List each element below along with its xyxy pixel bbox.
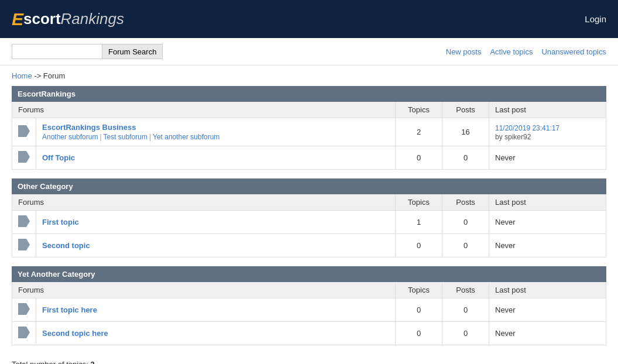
forum-posts: 0 xyxy=(442,211,489,234)
forum-link-second-topic-here[interactable]: Second topic here xyxy=(42,329,108,338)
table-row: Second topic 0 0 Never xyxy=(12,234,606,257)
forum-icon-cell xyxy=(12,211,36,234)
unanswered-topics-link[interactable]: Unanswered topics xyxy=(541,47,606,56)
last-post-by: by spiker92 xyxy=(495,133,531,141)
subforum-link-another[interactable]: Another subforum xyxy=(42,133,98,141)
breadcrumb: Home -> Forum xyxy=(0,66,618,86)
stats-topics-count: 3 xyxy=(90,360,94,364)
last-post-date-link[interactable]: 11/20/2019 23:41:17 xyxy=(495,124,559,132)
new-posts-link[interactable]: New posts xyxy=(446,47,482,56)
col-lastpost-1: Last post xyxy=(489,194,606,211)
category-other: Other Category xyxy=(12,178,606,194)
subforum-links: Another subforum|Test subforum|Yet anoth… xyxy=(42,133,389,141)
main-content: EscortRankings Forums Topics Posts Last … xyxy=(0,86,618,364)
breadcrumb-home[interactable]: Home xyxy=(12,71,32,80)
forum-icon-cell xyxy=(12,118,36,146)
forum-name-cell: Second topic here xyxy=(36,322,396,345)
forum-link-second-topic[interactable]: Second topic xyxy=(42,241,90,250)
forum-posts: 0 xyxy=(442,322,489,345)
forum-table-other: Forums Topics Posts Last post First topi… xyxy=(12,194,606,257)
subforum-link-yet[interactable]: Yet another subforum xyxy=(153,133,219,141)
forum-link-first-topic[interactable]: First topic xyxy=(42,218,79,226)
forum-link-first-topic-here[interactable]: First topic here xyxy=(42,305,97,314)
stats-topics-label: Total number of topics: xyxy=(12,360,88,364)
login-button[interactable]: Login xyxy=(585,14,606,24)
active-topics-link[interactable]: Active topics xyxy=(490,47,533,56)
col-forums-2: Forums xyxy=(12,282,396,298)
header: Escort Rankings Login xyxy=(0,0,618,38)
forum-topics: 0 xyxy=(396,322,442,345)
stats-topics: Total number of topics: 3 xyxy=(12,360,606,364)
search-links: New posts Active topics Unanswered topic… xyxy=(446,47,606,56)
col-posts-2: Posts xyxy=(442,282,489,298)
forum-last-post: Never xyxy=(489,146,606,170)
forum-topics: 0 xyxy=(396,234,442,257)
breadcrumb-current: Forum xyxy=(43,71,66,80)
table-row: EscortRankings Business Another subforum… xyxy=(12,118,606,146)
col-topics-1: Topics xyxy=(396,194,442,211)
col-lastpost-0: Last post xyxy=(489,102,606,118)
search-input[interactable] xyxy=(12,44,102,59)
forum-name-cell: Second topic xyxy=(36,234,396,257)
forum-topics: 0 xyxy=(396,298,442,322)
forum-icon-cell xyxy=(12,322,36,345)
col-forums-1: Forums xyxy=(12,194,396,211)
forum-icon xyxy=(18,327,30,338)
forum-icon-cell xyxy=(12,146,36,170)
stats: Total number of topics: 3 Total number o… xyxy=(12,354,606,364)
col-lastpost-2: Last post xyxy=(489,282,606,298)
search-button[interactable]: Forum Search xyxy=(102,44,163,59)
forum-link-escortrankings-business[interactable]: EscortRankings Business xyxy=(42,123,136,132)
sep2: | xyxy=(149,133,151,141)
forum-topics: 0 xyxy=(396,146,442,170)
col-posts-0: Posts xyxy=(442,102,489,118)
forum-last-post: 11/20/2019 23:41:17 by spiker92 xyxy=(489,118,606,146)
forum-table-escortrankings: Forums Topics Posts Last post EscortRank… xyxy=(12,102,606,170)
forum-name-cell: First topic xyxy=(36,211,396,234)
forum-last-post: Never xyxy=(489,298,606,322)
forum-icon xyxy=(18,303,30,315)
forum-icon xyxy=(18,215,30,227)
forum-last-post: Never xyxy=(489,211,606,234)
logo-rankings: Rankings xyxy=(61,10,124,28)
forum-last-post: Never xyxy=(489,322,606,345)
search-form: Forum Search xyxy=(12,44,163,59)
forum-icon xyxy=(18,151,30,163)
logo[interactable]: Escort Rankings xyxy=(12,9,124,29)
forum-icon-cell xyxy=(12,298,36,322)
forum-posts: 0 xyxy=(442,298,489,322)
forum-name-cell: Off Topic xyxy=(36,146,396,170)
forum-link-off-topic[interactable]: Off Topic xyxy=(42,153,75,162)
forum-name-cell: First topic here xyxy=(36,298,396,322)
search-bar: Forum Search New posts Active topics Una… xyxy=(0,38,618,66)
forum-name-cell: EscortRankings Business Another subforum… xyxy=(36,118,396,146)
forum-icon xyxy=(18,125,30,137)
forum-topics: 1 xyxy=(396,211,442,234)
forum-last-post: Never xyxy=(489,234,606,257)
col-topics-0: Topics xyxy=(396,102,442,118)
table-row: Second topic here 0 0 Never xyxy=(12,322,606,345)
table-row: First topic here 0 0 Never xyxy=(12,298,606,322)
breadcrumb-separator: -> xyxy=(34,71,43,80)
logo-e: E xyxy=(12,9,23,29)
forum-icon-cell xyxy=(12,234,36,257)
logo-escort: scort xyxy=(23,10,61,28)
sep: | xyxy=(99,133,101,141)
col-forums-0: Forums xyxy=(12,102,396,118)
forum-posts: 0 xyxy=(442,146,489,170)
forum-icon xyxy=(18,239,30,250)
table-row: Off Topic 0 0 Never xyxy=(12,146,606,170)
forum-posts: 16 xyxy=(442,118,489,146)
col-posts-1: Posts xyxy=(442,194,489,211)
category-yet-another: Yet Another Category xyxy=(12,266,606,282)
forum-topics: 2 xyxy=(396,118,442,146)
forum-table-yet-another: Forums Topics Posts Last post First topi… xyxy=(12,282,606,345)
category-escortrankings: EscortRankings xyxy=(12,86,606,102)
table-row: First topic 1 0 Never xyxy=(12,211,606,234)
forum-posts: 0 xyxy=(442,234,489,257)
subforum-link-test[interactable]: Test subforum xyxy=(104,133,147,141)
col-topics-2: Topics xyxy=(396,282,442,298)
